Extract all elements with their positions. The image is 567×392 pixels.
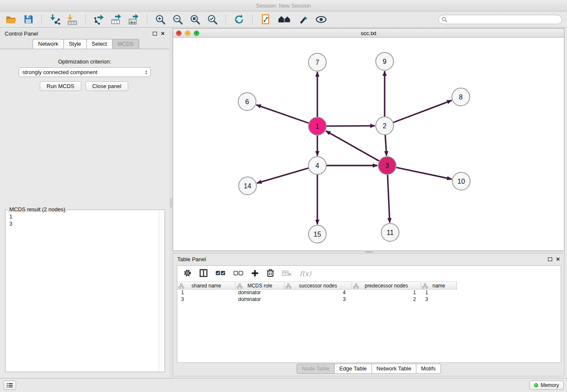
graph-node-label: 3 [385, 162, 389, 169]
table-row[interactable]: 1dominator411 [177, 290, 457, 296]
export-network-icon [94, 14, 105, 25]
graph-node-4[interactable]: 4 [308, 157, 326, 174]
cell-shared-name[interactable]: 3 [177, 296, 236, 303]
window-minimize-icon[interactable]: − [185, 30, 190, 36]
show-columns-button[interactable] [199, 269, 208, 279]
graph-node-8[interactable]: 8 [452, 88, 470, 106]
show-graphics-button[interactable] [315, 14, 327, 25]
graph-node-3[interactable]: 3 [378, 157, 396, 174]
gear-icon [183, 269, 192, 277]
graph-edge-3-1[interactable] [326, 131, 379, 161]
tab-style[interactable]: Style [63, 39, 87, 49]
export-image-button[interactable] [128, 14, 140, 25]
cell-successor-nodes[interactable]: 4 [284, 290, 352, 296]
graph-edge-3-11[interactable] [388, 175, 390, 223]
create-column-button[interactable] [251, 269, 259, 279]
cell-predecessor-nodes[interactable]: 2 [352, 296, 421, 303]
float-panel-icon[interactable] [548, 257, 552, 261]
graph-edge-1-2[interactable] [327, 126, 375, 126]
plus-icon [251, 269, 259, 277]
graph-node-1[interactable]: 1 [308, 117, 326, 135]
table-settings-button[interactable] [183, 269, 192, 279]
graph-node-6[interactable]: 6 [238, 93, 256, 110]
graph-edge-3-10[interactable] [396, 168, 452, 179]
deselect-all-columns-button[interactable] [233, 270, 243, 278]
refresh-layout-button[interactable] [233, 14, 245, 25]
export-network-button[interactable] [93, 14, 105, 25]
graph-node-7[interactable]: 7 [308, 53, 326, 71]
criterion-select[interactable]: strongly connected component ▲▼ [19, 67, 151, 77]
save-session-button[interactable] [22, 14, 34, 25]
window-close-icon[interactable]: × [176, 30, 182, 36]
graph-edge-1-6[interactable] [256, 105, 309, 123]
import-network-button[interactable] [49, 14, 61, 25]
column-type-icon [179, 283, 184, 289]
delete-table-button[interactable] [282, 269, 292, 278]
zoom-out-button[interactable] [172, 14, 184, 25]
result-scrollbar[interactable] [159, 210, 164, 371]
graph-node-14[interactable]: 14 [239, 177, 256, 195]
graph-edge-2-3[interactable] [385, 135, 386, 156]
close-panel-icon[interactable]: × [161, 31, 165, 36]
column-header-shared-name[interactable]: shared name [177, 282, 236, 289]
column-header-mcds-role[interactable]: MCDS role [236, 282, 284, 289]
tab-node-table[interactable]: Node Table [297, 364, 335, 374]
graph-node-11[interactable]: 11 [381, 224, 399, 241]
tab-motifs[interactable]: Motifs [416, 364, 441, 374]
table-row[interactable]: 3dominator323 [177, 296, 457, 303]
column-header-successor-nodes[interactable]: successor nodes [284, 282, 352, 289]
clipboard-import-button[interactable] [260, 14, 272, 25]
unchecked-boxes-icon [233, 270, 243, 276]
network-canvas[interactable]: 7968124314101511 [173, 38, 564, 251]
cell-MCDS-role[interactable]: dominator [236, 290, 284, 296]
network-window-titlebar[interactable]: × − + scc.txt [173, 29, 564, 38]
graph-node-9[interactable]: 9 [376, 52, 394, 70]
delete-column-button[interactable] [267, 269, 274, 279]
close-panel-icon[interactable]: × [556, 257, 560, 262]
network-view[interactable]: 7968124314101511 [173, 38, 564, 251]
floppy-disk-icon [24, 14, 33, 24]
export-table-button[interactable] [110, 14, 122, 25]
column-header-name[interactable]: name [421, 282, 457, 289]
function-builder-button[interactable]: f(x) [300, 270, 311, 278]
zoom-fit-button[interactable] [189, 14, 201, 25]
open-session-button[interactable] [5, 14, 17, 25]
graph-node-15[interactable]: 15 [308, 225, 326, 243]
zoom-in-button[interactable] [154, 14, 166, 25]
graph-node-2[interactable]: 2 [376, 117, 394, 135]
graph-node-10[interactable]: 10 [452, 172, 470, 190]
cell-shared-name[interactable]: 1 [177, 290, 236, 296]
tab-mcds[interactable]: MCDS [112, 39, 139, 49]
tab-select[interactable]: Select [86, 39, 113, 49]
toolbar-separator [226, 14, 226, 25]
window-zoom-icon[interactable]: + [194, 30, 199, 36]
float-panel-icon[interactable] [153, 32, 157, 36]
mcds-result-values[interactable]: 13 [6, 210, 165, 230]
delete-table-icon [282, 269, 292, 277]
search-input[interactable] [439, 17, 561, 22]
cell-name[interactable]: 3 [421, 296, 457, 303]
tab-edge-table[interactable]: Edge Table [334, 364, 372, 374]
import-table-button[interactable] [66, 14, 78, 25]
table-panel-header: Table Panel × [173, 254, 564, 265]
tab-network-table[interactable]: Network Table [372, 364, 416, 374]
memory-button[interactable]: Memory [529, 381, 564, 390]
first-neighbors-button[interactable] [277, 14, 292, 25]
tab-network[interactable]: Network [33, 39, 64, 49]
cell-MCDS-role[interactable]: dominator [236, 296, 284, 303]
cell-predecessor-nodes[interactable]: 1 [352, 290, 421, 296]
graph-node-label: 6 [245, 98, 249, 105]
apply-style-button[interactable] [298, 14, 310, 25]
graph-edge-4-14[interactable] [257, 168, 308, 183]
memory-label: Memory [541, 382, 559, 388]
select-all-columns-button[interactable] [215, 270, 226, 278]
graph-edge-2-8[interactable] [394, 100, 452, 122]
cell-successor-nodes[interactable]: 3 [284, 296, 352, 303]
cell-name[interactable]: 1 [421, 290, 457, 296]
close-panel-button[interactable]: Close panel [85, 81, 128, 91]
zoom-selected-button[interactable] [206, 14, 218, 25]
run-mcds-button[interactable]: Run MCDS [40, 81, 81, 91]
show-panels-button[interactable] [3, 381, 16, 390]
column-header-predecessor-nodes[interactable]: predecessor nodes [352, 282, 421, 289]
vertical-splitter[interactable] [169, 28, 173, 378]
